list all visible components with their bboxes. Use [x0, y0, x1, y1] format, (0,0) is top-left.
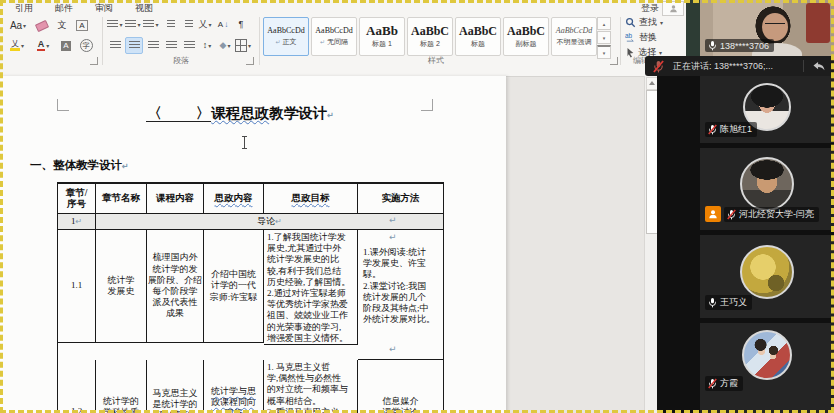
phonetic-guide-button[interactable]: 文	[54, 18, 70, 33]
styles-dialog-launcher[interactable]	[610, 57, 618, 65]
header-cell: 课程内容	[147, 184, 204, 214]
person-icon	[708, 209, 718, 219]
align-right-button[interactable]	[145, 38, 161, 53]
avatar	[740, 245, 794, 299]
number-list-button[interactable]: ▾	[125, 17, 141, 32]
avatar	[742, 330, 792, 380]
participant-tile[interactable]: 方霞	[700, 323, 834, 413]
paragraph-dialog-launcher[interactable]	[246, 57, 254, 65]
participant-tile[interactable]: 陈旭红1	[700, 76, 834, 143]
mic-muted-icon	[653, 60, 664, 73]
paragraph-group-label: 段落	[104, 55, 258, 66]
document-title: 〈〉课程思政教学设计↵	[0, 104, 480, 123]
divider	[102, 17, 103, 65]
multilevel-list-button[interactable]: ▾	[143, 17, 159, 32]
participant-name-chip: 王巧义	[705, 295, 752, 310]
line-spacing-button[interactable]: ↕▾	[199, 38, 215, 53]
asian-layout-button[interactable]: 乂▾	[197, 17, 213, 32]
tab-mailings[interactable]: 邮件	[44, 0, 84, 17]
background-object	[806, 3, 830, 43]
participant-name-chip: 方霞	[705, 376, 743, 391]
show-marks-button[interactable]: ¶	[233, 17, 249, 32]
cell-content: 梳理国内外 统计学的发 展阶段、介绍 每个阶段学 派及代表性 成果	[147, 230, 204, 343]
participant-tile[interactable]: 河北经贸大学-闫亮	[700, 148, 834, 230]
tab-view[interactable]: 视图	[124, 0, 164, 17]
avatar	[740, 157, 794, 211]
participant-name-chip: 陈旭红1	[705, 122, 757, 137]
mic-muted-icon	[727, 209, 736, 220]
meeting-window-edge	[686, 0, 700, 57]
highlight-button[interactable]: 乂▾	[6, 38, 28, 53]
style-title[interactable]: AaBbC 标题	[455, 17, 501, 56]
speaking-indicator	[705, 206, 721, 222]
styles-scroll: ▴ ▾ ▾	[597, 17, 611, 59]
cell-name: 统计学的 学科性质	[96, 360, 147, 413]
paragraph-row2: ↕▾ ◆▾ ▾	[107, 37, 251, 54]
cell-goals: 1. 马克思主义哲 学,偶然性与必然性 的对立统一和频率与 概率相结合。 2. …	[264, 360, 358, 413]
shading-button[interactable]: ◆▾	[217, 38, 233, 53]
styles-scroll-down[interactable]: ▾	[597, 31, 611, 44]
ribbon-tab-bar: 引用 邮件 审阅 视图	[4, 0, 164, 17]
cell-ideology: 介绍中国统 计学的一代 宗师:许宝騄	[204, 230, 264, 343]
cell-goals: 1.了解我国统计学发 展史,尤其通过中外 统计学发展史的比 较,有利于我们总结 …	[264, 230, 358, 345]
speaking-banner-text: 正在讲话: 138****3706;...	[673, 60, 773, 73]
border-grid-icon	[235, 39, 247, 52]
replace-button[interactable]: ab 替换	[625, 31, 657, 44]
decrease-indent-button[interactable]	[161, 17, 177, 32]
speaking-banner: 正在讲话: 138****3706;...	[645, 56, 834, 76]
align-center-button[interactable]	[125, 37, 143, 54]
tab-review[interactable]: 审阅	[84, 0, 124, 17]
screen-share-view: 引用 邮件 审阅 视图 登录 Aa▾ 文 A 乂▾ A▾ A 字	[0, 0, 834, 413]
header-cell: 思政内容	[204, 184, 264, 214]
glasses	[765, 23, 785, 28]
participant-tile[interactable]: 王巧义	[700, 235, 834, 318]
sort-button[interactable]: A↓	[215, 17, 231, 32]
style-normal[interactable]: AaBbCcDd ↵ 正文	[263, 17, 309, 56]
header-cell: 章节名称	[96, 184, 147, 214]
mic-muted-icon	[708, 378, 717, 389]
tab-references[interactable]: 引用	[4, 0, 44, 17]
mic-on-icon	[708, 40, 717, 51]
char-border-button[interactable]: A	[74, 18, 90, 33]
styles-group-label: 样式	[260, 55, 612, 66]
text-cursor	[240, 136, 249, 149]
row-end-mark: ↵	[389, 215, 397, 225]
font-color-button[interactable]: A▾	[32, 38, 54, 53]
char-shading-button[interactable]: A	[58, 38, 74, 53]
row-end-mark: ↵	[389, 232, 397, 242]
borders-button[interactable]: ▾	[235, 38, 251, 53]
reply-arrow-icon[interactable]	[812, 61, 826, 72]
table-header-row: 章节/ 序号 章节名称 课程内容 思政内容 思政目标 实施方法	[58, 184, 444, 214]
style-subtitle[interactable]: AaBbC 副标题	[503, 17, 549, 56]
mic-muted-icon	[708, 124, 717, 135]
style-heading1[interactable]: AaBb 标题 1	[359, 17, 405, 56]
bullet-list-button[interactable]: ▾	[107, 17, 123, 32]
video-tile-speaker[interactable]: 138****3706	[700, 0, 834, 57]
word-window: 引用 邮件 审阅 视图 登录 Aa▾ 文 A 乂▾ A▾ A 字	[0, 0, 686, 413]
course-design-table[interactable]: 章节/ 序号 章节名称 课程内容 思政内容 思政目标 实施方法 1↵ 导论↵ 1…	[57, 182, 444, 413]
header-cell: 章节/ 序号	[58, 184, 96, 214]
cell-chapter-num: 1↵	[58, 214, 96, 230]
table-row: 1.1 统计学 发展史 梳理国内外 统计学的发 展阶段、介绍 每个阶段学 派及代…	[58, 230, 444, 360]
style-heading2[interactable]: AaBbC 标题 2	[407, 17, 453, 56]
header-cell: 思政目标	[264, 184, 358, 214]
font-tools-row2: 乂▾ A▾ A 字	[6, 38, 94, 53]
clear-format-button[interactable]	[34, 18, 50, 33]
style-subtle-emphasis[interactable]: AaBbCcDd 不明显强调	[551, 17, 597, 56]
document-page[interactable]: 〈〉课程思政教学设计↵ 一、整体教学设计↵ 章节/ 序号 章节名称 课程内容 思…	[0, 76, 506, 413]
font-tools-row1: Aa▾ 文 A	[6, 18, 90, 33]
enclose-char-button[interactable]: 字	[78, 38, 94, 53]
justify-button[interactable]	[163, 38, 179, 53]
table-row-intro: 1↵ 导论↵	[58, 214, 444, 230]
vertical-scrollbar[interactable]	[644, 76, 658, 413]
align-left-button[interactable]	[107, 38, 123, 53]
cell-id: 1.2	[58, 360, 96, 413]
row-end-mark: ↵	[389, 344, 397, 354]
distribute-button[interactable]	[181, 38, 197, 53]
font-dialog-launcher[interactable]	[90, 57, 98, 65]
styles-scroll-up[interactable]: ▴	[597, 17, 611, 30]
increase-indent-button[interactable]	[179, 17, 195, 32]
svg-text:ab: ab	[625, 32, 633, 39]
change-case-button[interactable]: Aa▾	[6, 18, 30, 33]
style-no-spacing[interactable]: AaBbCcDd ↵ 无间隔	[311, 17, 357, 56]
